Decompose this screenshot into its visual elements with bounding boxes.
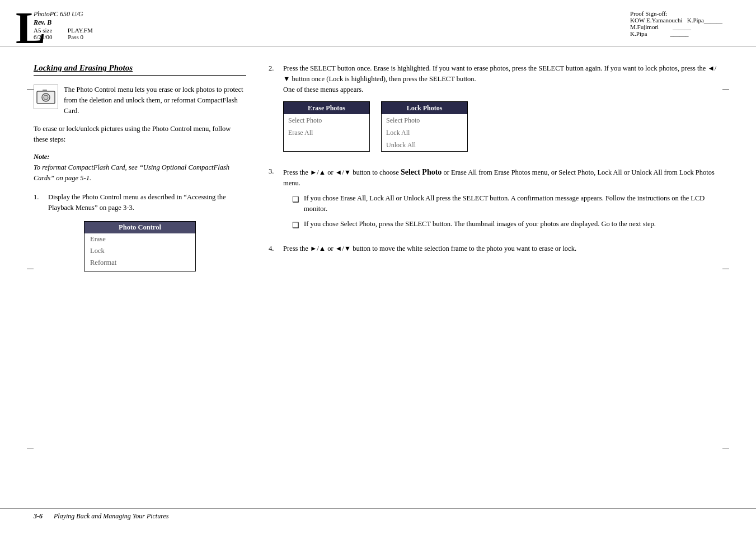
menus-row: Erase Photos Select Photo Erase All Lock… <box>283 101 722 152</box>
step-3: 3. Press the ►/▲ or ◄/▼ button to choose… <box>269 166 722 235</box>
left-column: Locking and Erasing Photos The Photo Con… <box>34 63 246 277</box>
margin-tick-left-3 <box>27 448 34 448</box>
lock-photos-title: Lock Photos <box>382 102 467 114</box>
footer-page-number: 3-6 <box>34 512 43 521</box>
checkbox-icon-b: ❑ <box>292 219 299 231</box>
header-right: Proof Sign-off: KOW E.Yamanouchi K.Pipa_… <box>630 10 722 40</box>
erase-photos-menu: Erase Photos Select Photo Erase All <box>283 101 370 152</box>
erase-photos-title: Erase Photos <box>284 102 369 114</box>
photo-control-menu: Photo Control Erase Lock Reformat <box>84 221 196 271</box>
step-2-content: Press the SELECT button once. Erase is h… <box>283 63 722 158</box>
footer-chapter-text: Playing Back and Managing Your Pictures <box>54 512 168 521</box>
right-column: 2. Press the SELECT button once. Erase i… <box>269 63 722 277</box>
pass: Pass 0 <box>68 34 83 40</box>
step-2-number: 2. <box>269 63 279 158</box>
page-footer: 3-6 Playing Back and Managing Your Pictu… <box>0 508 756 524</box>
svg-rect-3 <box>43 90 47 92</box>
note-text: To reformat CompactFlash Card, see “Usin… <box>34 162 246 184</box>
sub-step-b: ❑ If you chose Select Photo, press the S… <box>292 219 722 231</box>
step-1-number: 1. <box>34 192 44 213</box>
svg-point-2 <box>44 95 48 100</box>
lock-all: Lock All <box>382 127 467 139</box>
step-3-content: Press the ►/▲ or ◄/▼ button to choose Se… <box>283 166 722 235</box>
step-2-text: Press the SELECT button once. Erase is h… <box>283 64 716 83</box>
page-letter: L <box>16 6 45 50</box>
sig-2: ______ <box>673 24 691 30</box>
lock-select-photo: Select Photo <box>382 114 467 127</box>
camera-icon <box>34 85 58 109</box>
erase-all: Erase All <box>284 127 369 139</box>
sub-step-b-text: If you chose Select Photo, press the SEL… <box>304 219 656 231</box>
margin-tick-right-2 <box>722 269 729 269</box>
file-name: PLAY.FM <box>68 27 93 34</box>
to-erase-text: To erase or lock/unlock pictures using t… <box>34 124 246 145</box>
margin-tick-left-2 <box>27 269 34 269</box>
step-3-text-a: Press the ►/▲ or ◄/▼ button to choose <box>283 168 401 176</box>
page-header: PhotoPC 650 U/G Rev. B A5 size PLAY.FM 6… <box>0 0 756 46</box>
step-3-select-text: Select Photo <box>401 168 442 176</box>
name-3: K.Pipa <box>630 30 647 37</box>
intro-block: The Photo Control menu lets you erase or… <box>34 85 246 116</box>
proof-signoff-label: Proof Sign-off: <box>630 10 722 17</box>
step-4: 4. Press the ►/▲ or ◄/▼ button to move t… <box>269 243 722 254</box>
step-2-tail: One of these menus appears. <box>283 86 363 93</box>
photo-control-item-lock: Lock <box>84 245 195 257</box>
signer-row-1: KOW E.Yamanouchi K.Pipa______ <box>630 17 722 24</box>
checkbox-icon-a: ❑ <box>292 194 299 214</box>
margin-tick-left-1 <box>27 90 34 90</box>
sig-3: ______ <box>670 30 689 37</box>
unlock-all: Unlock All <box>382 139 467 151</box>
margin-tick-right-1 <box>722 90 729 90</box>
sub-step-a-text: If you chose Erase All, Lock All or Unlo… <box>304 193 722 214</box>
step-4-text: Press the ►/▲ or ◄/▼ button to move the … <box>283 243 722 254</box>
signer-row-3: K.Pipa ______ <box>630 30 722 37</box>
erase-select-photo: Select Photo <box>284 114 369 127</box>
sig-1: K.Pipa______ <box>687 17 722 24</box>
main-content: Locking and Erasing Photos The Photo Con… <box>0 46 756 294</box>
step-1-text: Display the Photo Control menu as descri… <box>48 192 246 213</box>
name-1: KOW E.Yamanouchi <box>630 17 682 24</box>
name-2: M.Fujimori <box>630 24 659 30</box>
step-2: 2. Press the SELECT button once. Erase i… <box>269 63 722 158</box>
step-4-number: 4. <box>269 243 279 254</box>
photo-control-menu-title: Photo Control <box>84 222 195 233</box>
lock-photos-menu: Lock Photos Select Photo Lock All Unlock… <box>381 101 468 152</box>
margin-tick-right-3 <box>722 448 729 448</box>
photo-control-item-reformat: Reformat <box>84 257 195 269</box>
signer-row-2: M.Fujimori ______ <box>630 24 722 30</box>
step-3-number: 3. <box>269 166 279 235</box>
section-title: Locking and Erasing Photos <box>34 63 246 76</box>
intro-text: The Photo Control menu lets you erase or… <box>64 85 246 116</box>
photo-control-item-erase: Erase <box>84 233 195 245</box>
note-label: Note: <box>34 153 246 161</box>
step-1: 1. Display the Photo Control menu as des… <box>34 192 246 213</box>
sub-step-a: ❑ If you chose Erase All, Lock All or Un… <box>292 193 722 214</box>
